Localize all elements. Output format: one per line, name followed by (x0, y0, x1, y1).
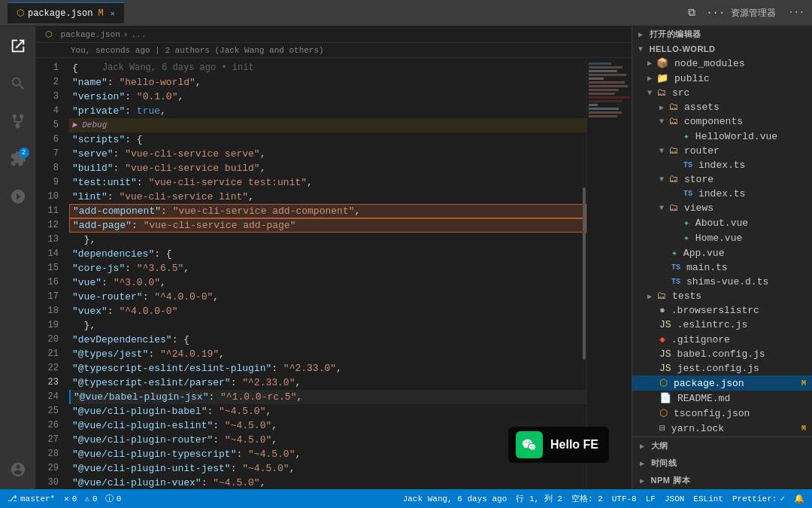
npm-scripts-section[interactable]: ▶ NPM 脚本 (632, 472, 812, 489)
code-line-18: }, (69, 318, 586, 333)
config-file-icon: ● (659, 305, 665, 316)
code-content[interactable]: {Jack Wang, 6 days ago • init "name": "h… (66, 58, 586, 489)
tree-item-App.vue[interactable]: ✦App.vue (632, 245, 812, 260)
line-number-25: 25 (36, 404, 59, 418)
tree-item-yarn.lock[interactable]: ⊟yarn.lockM (632, 421, 812, 436)
activity-extensions-icon[interactable]: 2 (5, 145, 32, 172)
activity-explorer-icon[interactable] (5, 32, 32, 59)
tree-item-store-index.ts[interactable]: TSindex.ts (632, 187, 812, 201)
main-layout: 2 ⬡ package.json › ... You, seconds ago … (0, 26, 812, 489)
tree-item-tests[interactable]: ▶🗂tests (632, 289, 812, 303)
file-encoding[interactable]: UTF-8 (612, 494, 637, 503)
tree-item-main.ts[interactable]: TSmain.ts (632, 260, 812, 275)
tab-close-button[interactable]: ✕ (111, 9, 115, 18)
tree-item-README.md[interactable]: 📄README.md (632, 391, 812, 406)
timeline-section[interactable]: ▶ 时间线 (632, 455, 812, 472)
tree-item-.eslintrc.js[interactable]: JS.eslintrc.js (632, 318, 812, 332)
eslint-status[interactable]: ESLint (693, 494, 723, 503)
activity-source-control-icon[interactable] (5, 108, 32, 135)
activity-account-icon[interactable] (5, 456, 32, 483)
tree-item-jest.config.js[interactable]: JSjest.config.js (632, 361, 812, 376)
code-line-9: "lint": "vue-cli-service lint", (69, 190, 586, 204)
line-number-26: 26 (36, 418, 59, 433)
folder-icon: 📦 (656, 57, 668, 69)
outline-section[interactable]: ▶ 大纲 (632, 437, 812, 455)
indent-size[interactable]: 空格: 2 (571, 493, 603, 504)
tree-item-index.ts[interactable]: TSindex.ts (632, 158, 812, 172)
more-actions-icon[interactable]: ··· (706, 7, 725, 19)
error-count[interactable]: ✕ 0 ⚠ 0 ⓘ 0 (64, 493, 121, 504)
activity-search-icon[interactable] (5, 70, 32, 97)
notifications-bell[interactable]: 🔔 (794, 494, 804, 503)
tree-item-Home.vue[interactable]: ✦Home.vue (632, 230, 812, 245)
code-line-15: "vue": "^3.0.0", (69, 275, 586, 290)
code-line-10: "add-component": "vue-cli-service add-co… (69, 204, 586, 218)
line-number-20: 20 (36, 333, 59, 347)
tree-item-label: babel.config.js (677, 348, 765, 360)
open-editors-header[interactable]: ▶ 打开的编辑器 (632, 26, 812, 42)
breadcrumb-item: ... (131, 30, 146, 39)
tree-item-label: views (684, 202, 714, 214)
code-line-21: "@typescript-eslint/eslint-plugin": "^2.… (69, 361, 586, 376)
tree-item-tsconfig.json[interactable]: ⬡tsconfig.json (632, 406, 812, 421)
line-ending[interactable]: LF (646, 494, 656, 503)
tree-item-label: index.ts (698, 188, 745, 199)
code-line-20: "@types/jest": "^24.0.19", (69, 347, 586, 361)
activity-debug-icon[interactable] (5, 183, 32, 210)
folder-chevron-open: ▼ (659, 147, 664, 155)
git-branch-icon: ⎇ (8, 494, 17, 503)
line-number-15: 15 (36, 261, 59, 275)
tree-item-public[interactable]: ▶📁public (632, 71, 812, 86)
tree-item-.gitignore[interactable]: ◆.gitignore (632, 332, 812, 347)
tree-item-package.json[interactable]: ⬡package.jsonM (632, 376, 812, 391)
split-editor-icon[interactable]: ⧉ (688, 7, 695, 19)
folder-chevron-open: ▼ (659, 175, 664, 184)
line-number-18: 18 (36, 304, 59, 318)
code-line-28: "@vue/cli-plugin-unit-jest": "~4.5.0", (69, 461, 586, 476)
line-number-5: 5 (36, 118, 59, 132)
code-line-7: "build": "vue-cli-service build", (69, 161, 586, 175)
tree-item-components[interactable]: ▼🗂components (632, 114, 812, 129)
tree-item-label: HelloWorld.vue (695, 131, 777, 142)
tree-item-router[interactable]: ▼🗂router (632, 144, 812, 158)
resource-manager-label: 资源管理器 (731, 7, 776, 20)
tree-item-node_modules[interactable]: ▶📦node_modules (632, 56, 812, 71)
project-root-header[interactable]: ▼ HELLO-WORLD (632, 42, 812, 56)
folder-chevron-closed: ▶ (647, 59, 652, 68)
folder-icon: 🗂 (668, 102, 678, 113)
language-mode[interactable]: JSON (665, 494, 684, 503)
tree-item-store[interactable]: ▼🗂store (632, 172, 812, 187)
title-bar: ⬡ package.json M ✕ ⧉ ··· 资源管理器 ··· (0, 0, 812, 26)
tree-item-About.vue[interactable]: ✦About.vue (632, 215, 812, 230)
js-file-icon: JS (659, 363, 671, 374)
tree-item-views[interactable]: ▼🗂views (632, 201, 812, 215)
tree-item-.browserslistrc[interactable]: ●.browserslistrc (632, 303, 812, 318)
sidebar-more-icon[interactable]: ··· (788, 8, 804, 18)
breadcrumb-file: ⬡ package.json (45, 29, 120, 39)
tree-item-shims-vue.d.ts[interactable]: TSshims-vue.d.ts (632, 275, 812, 289)
cursor-position[interactable]: 行 1, 列 2 (516, 493, 562, 504)
file-modified-badge: M (801, 379, 806, 388)
tree-item-label: node_modules (674, 58, 745, 69)
git-blame-status[interactable]: Jack Wang, 6 days ago (403, 494, 508, 503)
code-line-16: "vue-router": "^4.0.0-0", (69, 290, 586, 304)
line-number-28: 28 (36, 447, 59, 461)
code-editor[interactable]: 1234567891011121314151617181920212223242… (36, 58, 632, 489)
tree-item-label: .eslintrc.js (677, 319, 748, 330)
wechat-logo-icon (516, 431, 543, 458)
git-branch-indicator[interactable]: ⎇ master* (8, 494, 55, 503)
tree-item-src[interactable]: ▼🗂src (632, 86, 812, 100)
tree-item-HelloWorld.vue[interactable]: ✦HelloWorld.vue (632, 129, 812, 144)
line-number-19: 19 (36, 318, 59, 333)
tree-item-assets[interactable]: ▶🗂assets (632, 100, 812, 114)
line-number-23: 23 (36, 376, 59, 390)
tab-package-json[interactable]: ⬡ package.json M ✕ (8, 2, 124, 23)
warning-icon: ⚠ (84, 494, 89, 503)
extensions-badge: 2 (19, 148, 29, 158)
tree-item-babel.config.js[interactable]: JSbabel.config.js (632, 347, 812, 361)
folder-icon: 🗂 (668, 174, 678, 185)
tree-item-label: main.ts (686, 262, 728, 273)
folder-chevron-closed: ▶ (647, 74, 652, 83)
prettier-status[interactable]: Prettier: ✓ (732, 494, 785, 503)
line-number-6: 6 (36, 132, 59, 147)
